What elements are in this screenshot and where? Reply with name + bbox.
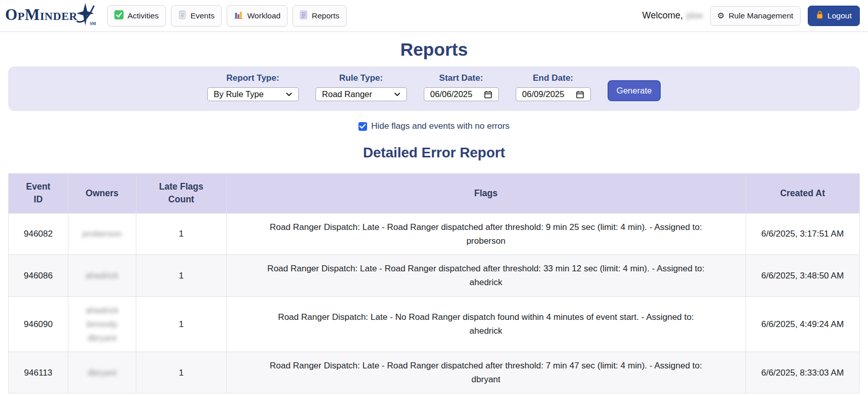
owner-name-redacted: proberson xyxy=(74,227,131,241)
logo-text: OpMinder xyxy=(5,2,78,28)
lock-icon xyxy=(816,11,824,21)
cell-owners: ahedrick xyxy=(68,255,136,296)
opminder-logo[interactable]: OpMinder SM xyxy=(5,2,96,29)
generate-button[interactable]: Generate xyxy=(608,80,661,101)
rule-type-label: Rule Type: xyxy=(339,73,383,83)
welcome-user-name-redacted: jdoe xyxy=(686,11,703,21)
end-date-label: End Date: xyxy=(533,73,573,83)
cell-created-at: 6/6/2025, 3:48:50 AM xyxy=(745,255,859,296)
report-type-select[interactable]: By Rule Type xyxy=(207,87,299,101)
cell-event-id: 946086 xyxy=(9,255,68,296)
owner-name-redacted: dbryant xyxy=(74,366,131,380)
flag-assignee: ahedrick xyxy=(247,324,725,338)
hide-errors-row: Hide flags and events with no errors xyxy=(0,121,868,131)
rule-management-label: Rule Management xyxy=(729,11,793,20)
cell-event-id: 946113 xyxy=(9,352,68,393)
table-row: 946082 proberson 1 Road Ranger Dispatch:… xyxy=(9,213,860,254)
hide-no-errors-checkbox[interactable] xyxy=(358,122,367,131)
cell-owners: ahedrick bmoody dbryant xyxy=(68,296,136,352)
flag-assignee: proberson xyxy=(247,234,725,248)
main-content: Reports Report Type: By Rule Type Rule T… xyxy=(0,39,868,393)
owner-name-redacted: ahedrick xyxy=(74,304,131,317)
end-date-value: 06/09/2025 xyxy=(522,89,565,99)
nav-activities-label: Activities xyxy=(128,11,159,20)
flag-assignee: dbryant xyxy=(247,373,725,386)
flag-text: Road Ranger Dispatch: Late - Road Ranger… xyxy=(247,220,725,234)
nav-workload-button[interactable]: Workload xyxy=(227,5,287,27)
nav-events-button[interactable]: Events xyxy=(171,5,222,27)
welcome-text: Welcome, jdoe xyxy=(642,10,703,21)
page-title: Reports xyxy=(0,39,868,60)
rule-type-group: Rule Type: Road Ranger xyxy=(316,73,407,101)
end-date-input[interactable]: 06/09/2025 xyxy=(516,87,591,101)
filter-bar: Report Type: By Rule Type Rule Type: Roa… xyxy=(8,66,860,111)
cell-flags: Road Ranger Dispatch: Late - Road Ranger… xyxy=(226,352,745,393)
cell-owners: proberson xyxy=(68,213,136,254)
scroll-icon xyxy=(178,10,186,21)
calendar-icon[interactable] xyxy=(484,90,492,99)
check-icon xyxy=(359,124,366,129)
cell-flags: Road Ranger Dispatch: Late - Road Ranger… xyxy=(226,213,745,254)
chevron-down-icon xyxy=(394,92,400,96)
bar-chart-icon xyxy=(234,10,243,21)
primary-nav: Activities Events Workload Reports xyxy=(107,5,347,27)
report-type-label: Report Type: xyxy=(226,73,279,83)
cell-late-flags-count: 1 xyxy=(136,296,227,352)
start-date-group: Start Date: 06/06/2025 xyxy=(424,73,499,101)
calendar-icon[interactable] xyxy=(576,90,584,99)
nav-activities-button[interactable]: Activities xyxy=(107,5,166,27)
rule-type-value: Road Ranger xyxy=(322,89,372,99)
nav-reports-label: Reports xyxy=(311,11,339,20)
start-date-value: 06/06/2025 xyxy=(430,89,473,99)
generate-group: Generate xyxy=(608,73,661,101)
cell-created-at: 6/6/2025, 4:49:24 AM xyxy=(745,296,859,352)
table-row: 946086 ahedrick 1 Road Ranger Dispatch: … xyxy=(9,255,860,296)
nav-events-label: Events xyxy=(190,11,214,20)
end-date-group: End Date: 06/09/2025 xyxy=(516,73,591,101)
flag-text: Road Ranger Dispatch: Late - No Road Ran… xyxy=(247,310,725,324)
cell-event-id: 946082 xyxy=(9,213,68,254)
cell-late-flags-count: 1 xyxy=(136,255,227,296)
nav-reports-button[interactable]: Reports xyxy=(293,5,346,27)
logo-sm-mark: SM xyxy=(90,21,96,26)
rule-management-button[interactable]: ⚙ Rule Management xyxy=(710,6,801,26)
table-row: 946113 dbryant 1 Road Ranger Dispatch: L… xyxy=(9,352,860,393)
cell-late-flags-count: 1 xyxy=(136,213,227,254)
navbar-right: Welcome, jdoe ⚙ Rule Management Logout xyxy=(642,6,860,26)
cell-flags: Road Ranger Dispatch: Late - Road Ranger… xyxy=(226,255,745,296)
cell-created-at: 6/6/2025, 3:17:51 AM xyxy=(745,213,859,254)
flag-text: Road Ranger Dispatch: Late - Road Ranger… xyxy=(247,262,725,275)
gear-icon: ⚙ xyxy=(717,12,725,20)
cell-created-at: 6/6/2025, 8:33:03 AM xyxy=(745,352,859,393)
nav-workload-label: Workload xyxy=(247,11,280,20)
report-section-title: Detailed Error Report xyxy=(0,145,868,161)
column-header-owners[interactable]: Owners xyxy=(68,174,136,214)
logout-label: Logout xyxy=(828,11,852,20)
start-date-input[interactable]: 06/06/2025 xyxy=(424,87,499,101)
owner-name-redacted: ahedrick xyxy=(74,269,131,283)
welcome-prefix: Welcome, xyxy=(642,10,683,21)
column-header-event-id[interactable]: Event ID xyxy=(9,174,68,214)
report-type-group: Report Type: By Rule Type xyxy=(207,73,299,101)
cell-event-id: 946090 xyxy=(9,296,68,352)
column-header-flags[interactable]: Flags xyxy=(226,174,745,214)
table-row: 946090 ahedrick bmoody dbryant 1 Road Ra… xyxy=(9,296,860,352)
logout-button[interactable]: Logout xyxy=(808,6,860,26)
document-icon xyxy=(300,10,307,21)
cell-flags: Road Ranger Dispatch: Late - No Road Ran… xyxy=(226,296,745,352)
start-date-label: Start Date: xyxy=(439,73,483,83)
column-header-late-flags-count[interactable]: Late Flags Count xyxy=(136,174,227,214)
green-checkbox-icon xyxy=(114,10,124,21)
cell-late-flags-count: 1 xyxy=(136,352,227,393)
rule-type-select[interactable]: Road Ranger xyxy=(316,87,407,101)
top-navbar: OpMinder SM Activities Events Workload xyxy=(0,0,868,32)
error-report-table: Event ID Owners Late Flags Count Flags C… xyxy=(8,173,860,393)
owner-name-redacted: dbryant xyxy=(74,331,131,345)
report-type-value: By Rule Type xyxy=(214,89,264,99)
hide-no-errors-label[interactable]: Hide flags and events with no errors xyxy=(371,121,510,131)
flag-text: Road Ranger Dispatch: Late - Road Ranger… xyxy=(247,359,725,373)
column-header-created-at[interactable]: Created At xyxy=(745,174,859,214)
owner-name-redacted: bmoody xyxy=(74,317,131,331)
cell-owners: dbryant xyxy=(68,352,136,393)
flag-assignee: ahedrick xyxy=(247,275,725,289)
